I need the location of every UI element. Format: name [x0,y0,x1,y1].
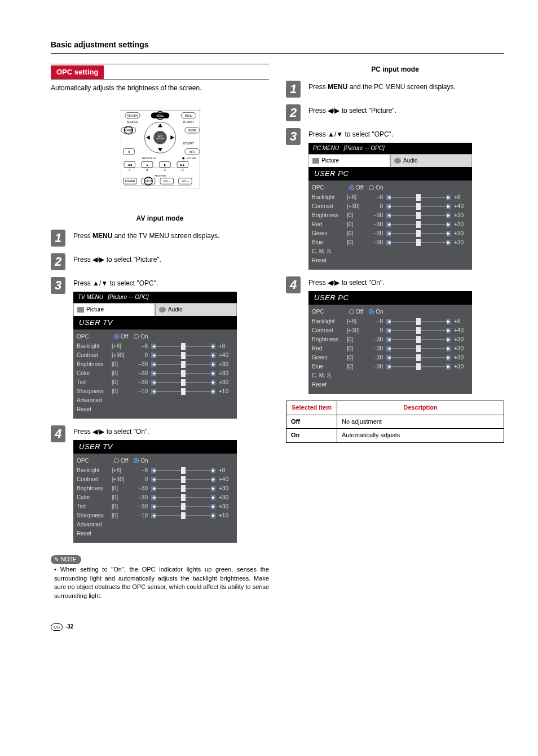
param-extra[interactable]: Reset [312,256,469,265]
slider[interactable]: ◀ ▶ [386,221,451,228]
slider-right-icon[interactable]: ▶ [211,468,215,473]
slider-right-icon[interactable]: ▶ [211,362,215,367]
param-row[interactable]: Green [0] –30 ◀ ▶ +30 [312,229,469,238]
slider[interactable]: ◀ ▶ [386,203,451,210]
slider-right-icon[interactable]: ▶ [211,353,215,358]
slider-left-icon[interactable]: ◀ [151,362,156,367]
param-row[interactable]: Green [0] –30 ◀ ▶ +30 [312,353,469,362]
slider-left-icon[interactable]: ◀ [386,319,391,324]
slider-left-icon[interactable]: ◀ [151,371,156,376]
slider-left-icon[interactable]: ◀ [151,468,156,473]
param-extra[interactable]: Reset [312,380,469,389]
tab-picture[interactable]: Picture [73,303,155,316]
slider-right-icon[interactable]: ▶ [211,389,215,394]
slider[interactable]: ◀ ▶ [386,212,451,219]
slider[interactable]: ◀ ▶ [151,467,215,474]
slider-right-icon[interactable]: ▶ [211,495,215,500]
tab-audio[interactable]: Audio [390,154,472,167]
slider-right-icon[interactable]: ▶ [211,371,215,376]
param-row[interactable]: Sharpness [0] –10 ◀ ▶ +10 [77,387,233,396]
opc-row[interactable]: OPC Off On [77,456,233,466]
slider[interactable]: ◀ ▶ [386,327,451,334]
param-row[interactable]: Contrast [+30] 0 ◀ ▶ +40 [77,351,233,360]
slider-left-icon[interactable]: ◀ [151,477,156,482]
tab-picture[interactable]: Picture [308,154,390,167]
slider[interactable]: ◀ ▶ [151,476,215,483]
slider-right-icon[interactable]: ▶ [211,513,215,518]
param-extra[interactable]: C. M. S. [312,247,469,256]
slider[interactable]: ◀ ▶ [386,194,451,201]
tab-audio[interactable]: Audio [155,303,237,316]
slider-right-icon[interactable]: ▶ [446,346,451,351]
slider-left-icon[interactable]: ◀ [386,337,391,342]
slider[interactable]: ◀ ▶ [386,345,451,352]
radio-off-icon[interactable] [114,458,119,463]
slider-left-icon[interactable]: ◀ [386,204,391,209]
slider[interactable]: ◀ ▶ [151,379,215,386]
slider-left-icon[interactable]: ◀ [386,195,391,200]
param-row[interactable]: Backlight [+8] –8 ◀ ▶ +8 [77,342,233,351]
param-row[interactable]: Backlight [+8] –8 ◀ ▶ +8 [312,317,469,326]
slider[interactable]: ◀ ▶ [386,318,451,325]
radio-off-icon[interactable] [349,309,354,314]
param-row[interactable]: Backlight [+8] –8 ◀ ▶ +8 [77,466,233,475]
param-extra[interactable]: Advanced [77,520,233,529]
slider[interactable]: ◀ ▶ [386,336,451,343]
slider-right-icon[interactable]: ▶ [446,364,451,370]
param-row[interactable]: Sharpness [0] –10 ◀ ▶ +10 [77,511,233,520]
slider-right-icon[interactable]: ▶ [446,319,451,324]
param-extra[interactable]: C. M. S. [312,371,469,380]
slider[interactable]: ◀ ▶ [151,512,215,519]
param-extra[interactable]: Reset [77,529,233,538]
param-row[interactable]: Contrast [+30] 0 ◀ ▶ +40 [77,475,233,484]
slider-right-icon[interactable]: ▶ [211,344,215,349]
slider-left-icon[interactable]: ◀ [151,486,156,491]
param-extra[interactable]: Reset [77,405,233,414]
opc-row[interactable]: OPC Off On [312,183,469,193]
param-row[interactable]: Backlight [+8] –8 ◀ ▶ +8 [312,193,469,202]
slider-left-icon[interactable]: ◀ [386,222,391,227]
radio-off-icon[interactable] [114,334,119,339]
slider-right-icon[interactable]: ▶ [446,337,451,342]
param-row[interactable]: Tint [0] –30 ◀ ▶ +30 [77,502,233,511]
slider-right-icon[interactable]: ▶ [446,222,451,227]
param-row[interactable]: Red [0] –30 ◀ ▶ +30 [312,220,469,229]
slider-left-icon[interactable]: ◀ [386,355,391,361]
slider-left-icon[interactable]: ◀ [151,504,156,509]
param-row[interactable]: Blue [0] –30 ◀ ▶ +30 [312,238,469,247]
slider-left-icon[interactable]: ◀ [386,231,391,236]
slider[interactable]: ◀ ▶ [386,230,451,237]
slider[interactable]: ◀ ▶ [151,503,215,510]
slider-right-icon[interactable]: ▶ [446,231,451,236]
slider-left-icon[interactable]: ◀ [151,344,156,349]
slider-left-icon[interactable]: ◀ [151,380,156,385]
param-row[interactable]: Contrast [+30] 0 ◀ ▶ +40 [312,202,469,211]
slider-left-icon[interactable]: ◀ [151,513,156,518]
slider-left-icon[interactable]: ◀ [386,213,391,218]
slider[interactable]: ◀ ▶ [151,494,215,501]
opc-row[interactable]: OPC Off On [77,332,233,342]
slider[interactable]: ◀ ▶ [386,239,451,246]
slider-left-icon[interactable]: ◀ [151,353,156,358]
slider-right-icon[interactable]: ▶ [211,380,215,385]
slider-right-icon[interactable]: ▶ [211,477,215,482]
radio-on-icon[interactable] [134,334,139,339]
param-row[interactable]: Tint [0] –30 ◀ ▶ +30 [77,378,233,387]
param-row[interactable]: Blue [0] –30 ◀ ▶ +30 [312,362,469,371]
slider[interactable]: ◀ ▶ [151,485,215,492]
param-row[interactable]: Color [0] –30 ◀ ▶ +30 [77,369,233,378]
radio-on-icon[interactable] [134,458,139,463]
slider-left-icon[interactable]: ◀ [151,495,156,500]
slider[interactable]: ◀ ▶ [386,363,451,370]
slider-right-icon[interactable]: ▶ [446,355,451,361]
slider-right-icon[interactable]: ▶ [211,486,215,491]
slider-right-icon[interactable]: ▶ [446,204,451,209]
param-extra[interactable]: Advanced [77,396,233,405]
radio-on-icon[interactable] [369,185,374,190]
slider[interactable]: ◀ ▶ [151,388,215,395]
slider-left-icon[interactable]: ◀ [386,346,391,351]
param-row[interactable]: Color [0] –30 ◀ ▶ +30 [77,493,233,502]
param-row[interactable]: Brightness [0] –30 ◀ ▶ +30 [312,335,469,344]
slider-left-icon[interactable]: ◀ [386,364,391,370]
slider[interactable]: ◀ ▶ [151,361,215,368]
